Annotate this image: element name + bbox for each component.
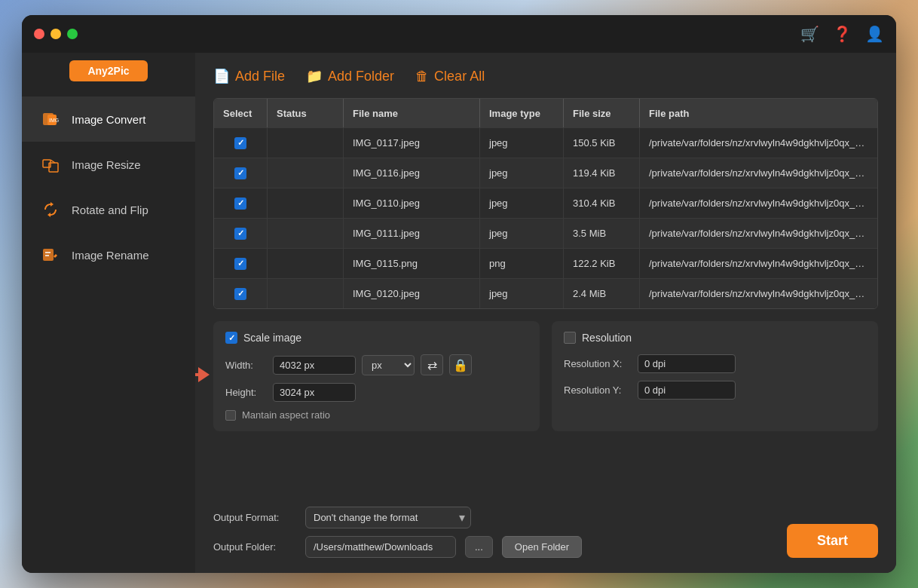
close-button[interactable] xyxy=(34,29,44,39)
maximize-button[interactable] xyxy=(67,29,78,39)
resolution-x-label: Resolution X: xyxy=(564,358,632,369)
table-body: IMG_0117.jpeg jpeg 150.5 KiB /private/va… xyxy=(214,127,877,308)
output-settings: Output Format: Don't change the format J… xyxy=(213,507,582,558)
resolution-y-input[interactable] xyxy=(638,381,736,400)
image-rename-icon xyxy=(40,244,61,265)
row-status-2 xyxy=(268,198,343,210)
open-folder-button[interactable]: Open Folder xyxy=(502,536,582,558)
scale-image-panel: Scale image Width: px % cm in ⇄ 🔒 xyxy=(213,321,540,431)
brand-button[interactable]: Any2Pic xyxy=(69,60,147,81)
sidebar-item-rotate-flip[interactable]: Rotate and Flip xyxy=(22,187,195,232)
title-bar: 🛒 ❓ 👤 xyxy=(22,15,896,53)
svg-rect-6 xyxy=(43,249,54,261)
row-status-3 xyxy=(268,228,343,240)
row-path-0: /private/var/folders/nz/xrvlwyln4w9dgkhv… xyxy=(640,131,877,155)
browse-button[interactable]: ... xyxy=(465,536,493,558)
row-type-3: jpeg xyxy=(480,222,563,245)
resolution-checkbox[interactable] xyxy=(564,332,576,344)
app-window: 🛒 ❓ 👤 Any2Pic IMG Image Convert xyxy=(22,15,896,573)
add-file-label: Add File xyxy=(235,69,285,84)
user-icon[interactable]: 👤 xyxy=(865,25,884,43)
row-checkbox-5[interactable] xyxy=(214,282,267,306)
height-input[interactable] xyxy=(273,383,356,402)
minimize-button[interactable] xyxy=(50,29,61,39)
row-status-0 xyxy=(268,137,343,149)
sidebar: Any2Pic IMG Image Convert xyxy=(22,53,195,573)
image-resize-icon xyxy=(40,154,61,175)
resolution-x-input[interactable] xyxy=(638,354,736,373)
add-file-button[interactable]: 📄 Add File xyxy=(213,68,285,84)
sidebar-label-image-resize: Image Resize xyxy=(72,158,141,171)
add-folder-button[interactable]: 📁 Add Folder xyxy=(306,68,394,84)
row-path-4: /private/var/folders/nz/xrvlwyln4w9dgkhv… xyxy=(640,252,877,275)
format-select[interactable]: Don't change the format JPEG PNG WebP BM… xyxy=(305,507,471,528)
table-row: IMG_0115.png png 122.2 KiB /private/var/… xyxy=(214,248,877,278)
table-row: IMG_0116.jpeg jpeg 119.4 KiB /private/va… xyxy=(214,158,877,188)
height-label: Height: xyxy=(225,387,267,398)
row-checkbox-2[interactable] xyxy=(214,191,267,216)
sidebar-label-image-convert: Image Convert xyxy=(72,113,145,126)
row-checkbox-3[interactable] xyxy=(214,222,267,246)
row-size-4: 122.2 KiB xyxy=(564,252,639,275)
start-button[interactable]: Start xyxy=(787,524,878,558)
folder-input[interactable] xyxy=(305,536,456,558)
resolution-y-label: Resolution Y: xyxy=(564,384,632,396)
cart-icon[interactable]: 🛒 xyxy=(800,25,819,43)
th-file-path: File path xyxy=(640,102,877,125)
row-checkbox-1[interactable] xyxy=(214,161,267,185)
clear-all-button[interactable]: 🗑 Clear All xyxy=(415,69,485,84)
resolution-x-row: Resolution X: xyxy=(564,354,866,373)
row-size-3: 3.5 MiB xyxy=(564,222,639,245)
th-image-type: Image type xyxy=(480,102,563,125)
format-row: Output Format: Don't change the format J… xyxy=(213,507,582,528)
row-type-2: jpeg xyxy=(480,191,563,215)
row-checkbox-4[interactable] xyxy=(214,252,267,276)
resolution-label: Resolution xyxy=(582,332,632,344)
sidebar-item-image-rename[interactable]: Image Rename xyxy=(22,232,195,277)
content-area: Any2Pic IMG Image Convert xyxy=(22,53,896,573)
scale-image-label: Scale image xyxy=(243,332,301,344)
unit-select[interactable]: px % cm in xyxy=(362,355,415,375)
main-panel: 📄 Add File 📁 Add Folder 🗑 Clear All Sele… xyxy=(195,53,896,573)
table-header: Select Status File name Image type File … xyxy=(214,99,877,127)
row-size-5: 2.4 MiB xyxy=(564,282,639,305)
help-icon[interactable]: ❓ xyxy=(833,25,852,43)
row-status-5 xyxy=(268,288,343,300)
scale-image-checkbox[interactable] xyxy=(225,332,237,344)
sidebar-label-rotate-flip: Rotate and Flip xyxy=(72,204,148,216)
scale-image-title: Scale image xyxy=(225,332,528,344)
add-folder-icon: 📁 xyxy=(306,68,323,84)
svg-text:IMG: IMG xyxy=(49,118,59,123)
row-filename-0: IMG_0117.jpeg xyxy=(344,131,479,155)
row-checkbox-0[interactable] xyxy=(214,131,267,155)
row-path-2: /private/var/folders/nz/xrvlwyln4w9dgkhv… xyxy=(640,191,877,215)
row-filename-3: IMG_0111.jpeg xyxy=(344,222,479,245)
format-label: Output Format: xyxy=(213,512,296,523)
row-filename-4: IMG_0115.png xyxy=(344,252,479,275)
maintain-aspect-label: Mantain aspect ratio xyxy=(242,409,330,421)
sidebar-item-image-convert[interactable]: IMG Image Convert xyxy=(22,96,195,142)
lock-icon[interactable]: 🔒 xyxy=(449,354,472,375)
row-filename-5: IMG_0120.jpeg xyxy=(344,282,479,305)
table-row: IMG_0110.jpeg jpeg 310.4 KiB /private/va… xyxy=(214,188,877,218)
width-input[interactable] xyxy=(273,356,356,375)
height-row: Height: xyxy=(225,383,528,402)
folder-label: Output Folder: xyxy=(213,541,296,553)
options-area: Scale image Width: px % cm in ⇄ 🔒 xyxy=(213,321,878,431)
row-type-4: png xyxy=(480,252,563,275)
sidebar-item-image-resize[interactable]: Image Resize xyxy=(22,142,195,187)
maintain-aspect-checkbox[interactable] xyxy=(225,410,236,421)
row-filename-1: IMG_0116.jpeg xyxy=(344,161,479,185)
swap-icon[interactable]: ⇄ xyxy=(421,354,443,375)
row-size-1: 119.4 KiB xyxy=(564,161,639,185)
table-row: IMG_0120.jpeg jpeg 2.4 MiB /private/var/… xyxy=(214,278,877,308)
row-path-3: /private/var/folders/nz/xrvlwyln4w9dgkhv… xyxy=(640,222,877,245)
toolbar: 📄 Add File 📁 Add Folder 🗑 Clear All xyxy=(213,68,878,84)
row-size-0: 150.5 KiB xyxy=(564,131,639,155)
sidebar-label-image-rename: Image Rename xyxy=(72,249,149,262)
row-status-4 xyxy=(268,258,343,270)
th-status: Status xyxy=(268,102,343,125)
add-folder-label: Add Folder xyxy=(328,69,394,84)
traffic-lights xyxy=(34,29,78,39)
row-status-1 xyxy=(268,167,343,179)
